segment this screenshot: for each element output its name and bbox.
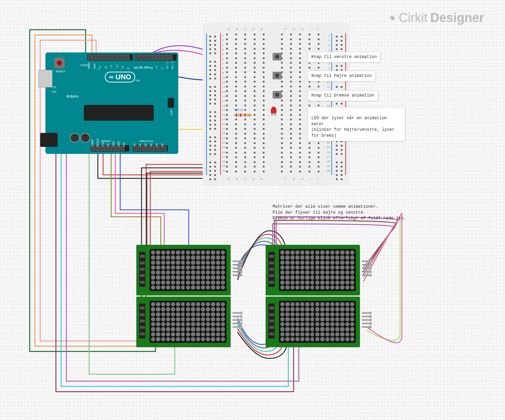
resistor-220ohm[interactable]	[234, 114, 252, 116]
note-btn-left: Knap til venstre animation	[308, 52, 381, 63]
col-labels-left-top: ABCDE	[228, 28, 263, 31]
uno-text: UNO	[116, 73, 131, 81]
capacitor	[70, 133, 80, 143]
on-label: ON	[136, 79, 140, 82]
note-text: Knap til venstre animation	[311, 55, 377, 59]
matrix-pcb-bottom	[136, 297, 231, 347]
note-text: Knap til højre animation	[311, 73, 372, 78]
led-grid	[314, 301, 356, 343]
status-led[interactable]	[271, 107, 276, 114]
capacitor	[80, 133, 90, 143]
matrix-output-pins[interactable]	[362, 312, 370, 328]
led-matrix-right[interactable]	[266, 245, 360, 346]
push-button-left-anim[interactable]	[273, 53, 282, 60]
rail-line-neg	[206, 33, 207, 175]
matrix-input-pins[interactable]	[139, 304, 145, 339]
matrix-input-pins[interactable]	[268, 304, 275, 339]
push-button-right-anim[interactable]	[273, 72, 282, 79]
note-led: LED der lyser når en animation kører (bl…	[308, 107, 405, 141]
matrix-output-pins[interactable]	[362, 261, 370, 276]
note-btn-brake: Knap til bremse animation	[308, 90, 378, 101]
digital-header-2[interactable]	[135, 54, 176, 60]
matrix-output-pins[interactable]	[232, 312, 241, 328]
icsp-header	[168, 98, 174, 108]
matrix-input-pins[interactable]	[139, 252, 145, 287]
arduino-label: Arduino	[66, 94, 78, 98]
usb-port	[38, 70, 52, 87]
brand-name-2: Designer	[430, 10, 484, 25]
reset-label: RESET	[56, 70, 65, 73]
col-labels-right-top: FGHIJ	[285, 28, 318, 31]
matrix-pcb-bottom	[266, 297, 360, 347]
matrix-pcb-top	[136, 245, 231, 296]
brand-name-1: Cirkit	[399, 10, 427, 25]
analog-label: ANALOG IN	[140, 140, 153, 142]
resistor-value-label: 220 Ω	[234, 108, 243, 112]
icsp-label: ICSP	[170, 109, 173, 115]
led-grid	[314, 249, 356, 291]
uno-logo: UNO	[105, 72, 135, 83]
arduino-uno-board[interactable]: UNO RESET ICSP2 L ON TX RX Arduino DIGIT…	[45, 52, 178, 154]
note-text: Knap til bremse animation	[311, 93, 374, 98]
mcu-chip	[84, 105, 154, 121]
matrix-output-pins[interactable]	[232, 261, 241, 276]
digital-header-1[interactable]	[87, 54, 133, 60]
note-text: Matrixer der alle viser samme animatione…	[273, 204, 406, 221]
led-grid	[185, 301, 226, 343]
power-jack	[40, 133, 58, 147]
note-text: LED der lyser når en animation kører (bl…	[311, 116, 395, 138]
tx-label: TX	[52, 86, 56, 89]
link-icon: ⚭	[385, 11, 399, 25]
note-btn-right: Knap til højre animation	[308, 71, 376, 81]
matrix-pcb-top	[266, 245, 360, 296]
note-matrix: Matrixer der alle viser samme animatione…	[269, 196, 410, 223]
led-matrix-left[interactable]	[136, 245, 231, 346]
col-labels-right-bot: FGHIJ	[285, 177, 318, 180]
col-labels-left-bot: ABCDE	[228, 177, 263, 180]
breadboard[interactable]: ABCDE FGHIJ ABCDE FGHIJ 1234567891011121…	[203, 23, 349, 185]
icsp2-label: ICSP2	[80, 64, 88, 67]
led-grid	[185, 249, 226, 291]
rx-label: RX	[52, 90, 56, 93]
push-button-brake-anim[interactable]	[273, 91, 282, 99]
reset-button[interactable]	[54, 58, 65, 68]
rail-line-pos	[220, 33, 221, 175]
matrix-input-pins[interactable]	[268, 252, 275, 287]
brand-watermark: ⚭ Cirkit Designer	[388, 10, 484, 25]
